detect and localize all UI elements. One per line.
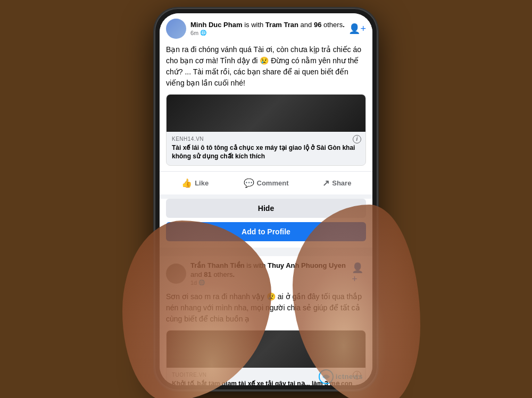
avatar-1[interactable]	[166, 19, 186, 39]
comment-icon-1: 💬	[244, 178, 254, 188]
others-count-1: 96	[314, 21, 321, 29]
link-card-image-inner-1	[167, 95, 365, 132]
share-icon-1: ↗	[322, 178, 329, 188]
others-text-1: others	[321, 21, 343, 29]
link-card-info-1: KENH14.VN Tài xế lái ô tô tông cả chục x…	[167, 132, 365, 166]
comment-button-1[interactable]: 💬 Comment	[230, 174, 301, 192]
link-card-image-1	[167, 95, 365, 132]
post-header-1: Minh Duc Pham is with Tram Tran and 96 o…	[160, 13, 372, 42]
link-title-1: Tài xế lái ô tô tông cả chục xe máy tại …	[172, 143, 360, 162]
like-button-1[interactable]: 👍 Like	[160, 174, 230, 192]
post-content-1: Bạn ra đi chóng vánh quá Tài ơi, còn chư…	[160, 42, 372, 94]
share-button-1[interactable]: ↗ Share	[302, 174, 372, 192]
post-header-left-1: Minh Duc Pham is with Tram Tran and 96 o…	[166, 19, 345, 39]
and-text-1: and	[298, 21, 314, 29]
time-label-1: 6m	[190, 30, 198, 36]
tagged-1: Tram Tran	[265, 21, 298, 29]
like-label-1: Like	[195, 179, 209, 187]
add-friend-icon-1[interactable]: 👤+	[348, 23, 366, 35]
info-icon-1[interactable]: i	[353, 135, 361, 143]
share-label-1: Share	[332, 179, 351, 187]
post-divider-actions	[160, 194, 372, 199]
post-meta-1: Minh Duc Pham is with Tram Tran and 96 o…	[190, 21, 345, 36]
post-actions-1: 👍 Like 💬 Comment ↗ Share	[160, 171, 372, 194]
link-card-1[interactable]: KENH14.VN Tài xế lái ô tô tông cả chục x…	[166, 94, 366, 166]
phone-wrapper: Minh Duc Pham is with Tram Tran and 96 o…	[154, 8, 378, 391]
privacy-icon-1: 🌐	[200, 30, 206, 36]
post-author-1: Minh Duc Pham is with Tram Tran and 96 o…	[190, 21, 345, 30]
post-time-1: 6m 🌐	[190, 30, 345, 36]
like-icon-1: 👍	[181, 178, 192, 188]
link-source-1: KENH14.VN	[172, 136, 360, 142]
with-text-1: is with	[243, 21, 265, 29]
comment-label-1: Comment	[257, 179, 289, 187]
author-name-1: Minh Duc Pham	[190, 21, 243, 29]
